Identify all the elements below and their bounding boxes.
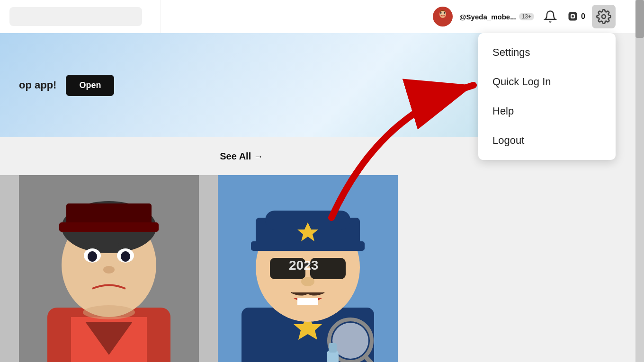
thumb-gap (199, 175, 218, 362)
svg-rect-3 (438, 18, 448, 25)
username-label: @Syeda_mobe... (459, 13, 516, 21)
dropdown-item-quick-log-in[interactable]: Quick Log In (478, 67, 616, 97)
gear-icon (596, 9, 611, 24)
svg-point-24 (83, 305, 135, 319)
svg-point-21 (103, 266, 115, 274)
svg-rect-23 (59, 222, 159, 232)
villain-face-svg (19, 175, 199, 362)
thumb-partial-left (0, 175, 19, 362)
see-all-link[interactable]: See All → (220, 151, 263, 162)
thumbnail-1[interactable] (19, 175, 199, 362)
banner: op app! Open (0, 33, 483, 137)
open-button[interactable]: Open (66, 75, 114, 96)
thumbnail-2[interactable]: 2023 (218, 175, 398, 362)
police-face-svg: 2023 (218, 175, 398, 362)
thumbnails-row: 2023 (0, 175, 644, 362)
robux-button[interactable]: 0 (566, 7, 585, 26)
avatar[interactable] (433, 7, 453, 26)
dropdown-item-logout[interactable]: Logout (478, 126, 616, 155)
robux-icon (566, 10, 579, 23)
dropdown-item-help[interactable]: Help (478, 97, 616, 126)
dropdown-menu: Settings Quick Log In Help Logout (478, 33, 616, 160)
svg-point-10 (602, 15, 606, 18)
gear-button[interactable] (592, 5, 616, 28)
scrollbar[interactable] (635, 0, 644, 362)
avatar-icon (434, 8, 452, 26)
banner-text: op app! (19, 79, 56, 91)
svg-text:2023: 2023 (289, 258, 318, 273)
dropdown-item-settings[interactable]: Settings (478, 38, 616, 67)
user-section: @Syeda_mobe... 13+ 0 (433, 5, 616, 28)
bell-icon (544, 10, 557, 23)
thumb-2-bg: 2023 (218, 175, 398, 362)
robux-count: 0 (581, 12, 585, 21)
svg-point-6 (444, 12, 445, 14)
svg-rect-38 (297, 298, 318, 305)
user-info-row: @Syeda_mobe... 13+ (459, 13, 534, 21)
svg-rect-31 (251, 241, 365, 251)
svg-rect-44 (329, 343, 337, 353)
svg-point-19 (88, 251, 97, 262)
svg-rect-9 (572, 16, 574, 18)
svg-point-20 (121, 251, 130, 262)
search-input[interactable] (9, 7, 142, 26)
age-badge: 13+ (519, 13, 534, 20)
bell-button[interactable] (541, 7, 560, 26)
svg-point-37 (301, 277, 314, 286)
scrollbar-thumb[interactable] (635, 0, 644, 38)
see-all-section: See All → (0, 137, 483, 175)
thumb-1-bg (19, 175, 199, 362)
search-bar-area (0, 0, 161, 33)
top-bar: @Syeda_mobe... 13+ 0 (0, 0, 644, 33)
svg-point-5 (440, 12, 441, 14)
